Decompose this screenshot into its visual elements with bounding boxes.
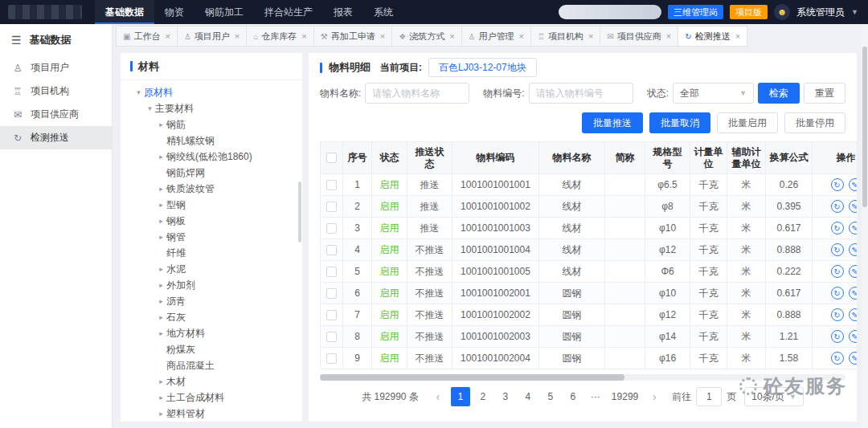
tab-close-icon[interactable]: × — [519, 31, 524, 41]
tree-node[interactable]: ▸钢筋 — [121, 116, 302, 132]
push-action-icon[interactable]: ↻ — [831, 287, 844, 300]
tab-close-icon[interactable]: × — [735, 31, 740, 41]
expand-arrow-icon[interactable]: ▸ — [156, 217, 166, 225]
tab-close-icon[interactable]: × — [588, 31, 593, 41]
push-action-icon[interactable]: ↻ — [831, 222, 844, 234]
expand-arrow-icon[interactable]: ▸ — [156, 120, 166, 128]
batch-action-button[interactable]: 批量启用 — [717, 112, 778, 133]
tree-scrollbar[interactable] — [298, 181, 301, 243]
tab-close-icon[interactable]: × — [666, 31, 671, 41]
row-checkbox[interactable] — [326, 353, 337, 364]
tree-node[interactable]: ▸钢绞线(低松弛1860) — [121, 149, 302, 165]
tab-close-icon[interactable]: × — [165, 31, 170, 41]
horizontal-scrollbar[interactable] — [320, 374, 845, 381]
top-menu-item[interactable]: 基础数据 — [95, 0, 154, 24]
tab-close-icon[interactable]: × — [235, 31, 240, 41]
tree-node[interactable]: ▸塑料管材 — [121, 406, 302, 422]
tree-node[interactable]: ▸铁质波纹管 — [121, 181, 302, 197]
push-action-icon[interactable]: ↻ — [831, 243, 844, 256]
push-action-icon[interactable]: ↻ — [831, 200, 844, 213]
tab-item[interactable]: ↻检测推送× — [678, 26, 747, 47]
push-action-icon[interactable]: ↻ — [831, 352, 844, 365]
material-code-input[interactable] — [529, 83, 633, 104]
tab-close-icon[interactable]: × — [301, 31, 306, 41]
tab-item[interactable]: ♙项目用户× — [177, 26, 247, 47]
user-menu-caret-icon[interactable]: ▼ — [851, 8, 858, 16]
row-checkbox[interactable] — [326, 245, 337, 255]
expand-arrow-icon[interactable]: ▸ — [156, 153, 166, 161]
tree-node[interactable]: ▾主要材料 — [121, 100, 302, 116]
window-scrollbar[interactable] — [862, 24, 868, 428]
edit-action-icon[interactable]: ✎ — [849, 352, 858, 365]
tree-node[interactable]: ▸钢板 — [121, 213, 302, 229]
row-checkbox[interactable] — [326, 267, 337, 277]
page-number-button[interactable]: 1 — [451, 387, 470, 406]
tab-item[interactable]: ▣工作台× — [116, 26, 178, 47]
top-menu-item[interactable]: 钢筋加工 — [194, 0, 254, 24]
batch-action-button[interactable]: 批量推送 — [582, 112, 643, 133]
tree-node[interactable]: ▾原材料 — [121, 84, 302, 100]
tree-node[interactable]: ▸土工合成材料 — [121, 389, 302, 406]
top-menu-item[interactable]: 拌合站生产 — [254, 0, 323, 24]
reset-button[interactable]: 重置 — [804, 83, 845, 104]
expand-arrow-icon[interactable]: ▸ — [156, 313, 166, 321]
expand-arrow-icon[interactable]: ▸ — [156, 201, 166, 209]
tree-node[interactable]: 粉煤灰 — [121, 341, 302, 357]
tab-close-icon[interactable]: × — [449, 31, 454, 41]
expand-arrow-icon[interactable]: ▸ — [156, 297, 166, 305]
edit-action-icon[interactable]: ✎ — [849, 200, 858, 213]
row-checkbox[interactable] — [326, 288, 337, 299]
tree-node[interactable]: 商品混凝土 — [121, 357, 302, 373]
push-action-icon[interactable]: ↻ — [831, 265, 844, 278]
edit-action-icon[interactable]: ✎ — [849, 222, 858, 234]
tree-node[interactable]: ▸沥青 — [121, 293, 302, 309]
edit-action-icon[interactable]: ✎ — [849, 287, 858, 300]
expand-arrow-icon[interactable]: ▸ — [156, 233, 166, 241]
edit-action-icon[interactable]: ✎ — [849, 243, 858, 256]
page-number-button[interactable]: 6 — [563, 387, 583, 406]
edit-action-icon[interactable]: ✎ — [849, 265, 858, 278]
tab-item[interactable]: ⚒再加工申请× — [313, 26, 392, 47]
tab-item[interactable]: ❖浇筑方式× — [391, 26, 461, 47]
page-number-button[interactable]: 3 — [496, 387, 515, 406]
expand-arrow-icon[interactable]: ▸ — [156, 393, 166, 402]
top-menu-item[interactable]: 物资 — [154, 0, 194, 24]
hamburger-icon[interactable]: ☰ — [11, 34, 22, 47]
status-select[interactable]: 全部 ▼ — [673, 83, 754, 104]
current-project-value[interactable]: 百色LJ03-12-07地块 — [428, 58, 537, 77]
page-number-button[interactable]: 5 — [541, 387, 560, 406]
user-avatar[interactable]: ☻ — [774, 4, 790, 20]
tree-node[interactable]: ▸水泥 — [121, 261, 302, 277]
tree-node[interactable]: ▸石灰 — [121, 309, 302, 325]
page-number-button[interactable]: 2 — [473, 387, 493, 406]
tab-item[interactable]: ♙用户管理× — [461, 26, 531, 47]
select-all-checkbox[interactable] — [326, 153, 337, 163]
tree-node[interactable]: 纤维 — [121, 245, 302, 261]
tree-node[interactable]: ▸木材 — [121, 373, 302, 389]
window-scrollbar-thumb[interactable] — [862, 47, 867, 207]
search-button[interactable]: 检索 — [758, 83, 800, 104]
batch-action-button[interactable]: 批量取消 — [649, 112, 710, 133]
page-number-button[interactable]: 19299 — [608, 387, 641, 406]
tab-item[interactable]: ⌂仓库库存× — [246, 26, 313, 47]
row-checkbox[interactable] — [326, 332, 337, 342]
batch-action-button[interactable]: 批量停用 — [784, 112, 845, 133]
sidebar-item[interactable]: ♖项目机构 — [0, 79, 112, 103]
user-name[interactable]: 系统管理员 — [796, 6, 845, 19]
horizontal-scrollbar-thumb[interactable] — [320, 374, 624, 381]
next-page-icon[interactable]: › — [646, 387, 662, 406]
push-action-icon[interactable]: ↻ — [831, 178, 844, 191]
row-checkbox[interactable] — [326, 310, 337, 320]
sidebar-item[interactable]: ↻检测推送 — [0, 126, 112, 149]
row-checkbox[interactable] — [326, 202, 337, 212]
tree-node[interactable]: 精轧螺纹钢 — [121, 132, 302, 149]
expand-arrow-icon[interactable]: ▸ — [156, 410, 166, 418]
expand-arrow-icon[interactable]: ▸ — [156, 329, 166, 337]
tab-close-icon[interactable]: × — [380, 31, 385, 41]
prev-page-icon[interactable]: ‹ — [430, 387, 446, 406]
material-name-input[interactable] — [365, 83, 469, 104]
tab-item[interactable]: ✉项目供应商× — [600, 26, 678, 47]
tree-node[interactable]: 钢筋焊网 — [121, 165, 302, 181]
page-size-select[interactable]: 10条/页 ▼ — [744, 387, 804, 406]
edit-action-icon[interactable]: ✎ — [849, 308, 858, 321]
